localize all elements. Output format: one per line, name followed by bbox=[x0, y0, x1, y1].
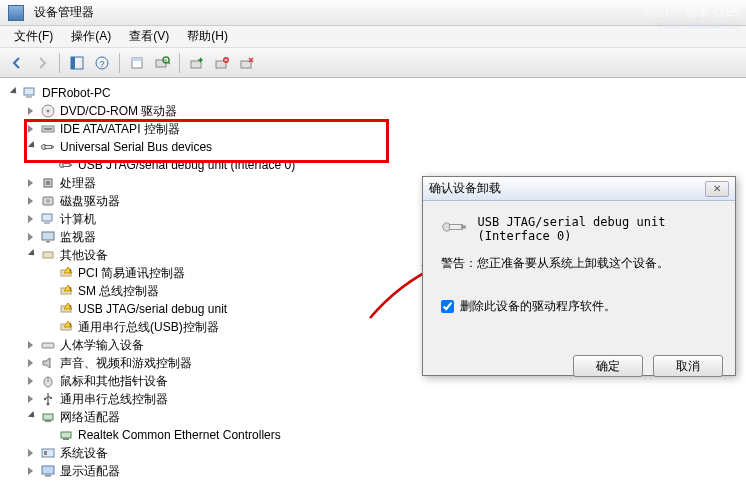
usb-icon bbox=[58, 157, 74, 173]
menu-help[interactable]: 帮助(H) bbox=[179, 26, 236, 47]
scan-hardware-button[interactable] bbox=[151, 52, 173, 74]
cancel-button[interactable]: 取消 bbox=[653, 355, 723, 377]
other-icon bbox=[40, 247, 56, 263]
svg-rect-41 bbox=[42, 343, 54, 348]
menu-file[interactable]: 文件(F) bbox=[6, 26, 61, 47]
svg-rect-48 bbox=[45, 420, 51, 422]
tree-arrow-icon[interactable] bbox=[26, 375, 38, 387]
svg-rect-57 bbox=[461, 225, 466, 228]
svg-rect-5 bbox=[132, 58, 142, 61]
help-button[interactable]: ? bbox=[91, 52, 113, 74]
tree-spacer bbox=[44, 159, 56, 171]
dialog-device-name: USB JTAG/serial debug unit (Interface 0) bbox=[478, 215, 717, 243]
window-titlebar: 设备管理器 bbox=[0, 0, 746, 26]
dialog-close-button[interactable]: ✕ bbox=[705, 181, 729, 197]
svg-rect-1 bbox=[71, 57, 75, 69]
tree-arrow-icon[interactable] bbox=[26, 231, 38, 243]
tree-arrow-icon[interactable] bbox=[26, 213, 38, 225]
delete-driver-checkbox[interactable] bbox=[441, 300, 454, 313]
usb-device-icon bbox=[441, 215, 468, 239]
tree-arrow-icon[interactable] bbox=[26, 393, 38, 405]
tree-node[interactable]: DVD/CD-ROM 驱动器 bbox=[8, 102, 746, 120]
tree-arrow-icon[interactable] bbox=[26, 105, 38, 117]
ide-icon bbox=[40, 121, 56, 137]
usbctrl-icon bbox=[40, 391, 56, 407]
tree-node-label: 显示适配器 bbox=[60, 463, 120, 480]
uninstall-button[interactable] bbox=[211, 52, 233, 74]
warn-icon: ! bbox=[58, 283, 74, 299]
tree-node[interactable]: 通用串行总线控制器 bbox=[8, 390, 746, 408]
delete-driver-checkbox-row[interactable]: 删除此设备的驱动程序软件。 bbox=[441, 298, 717, 315]
tree-arrow-icon[interactable] bbox=[8, 87, 20, 99]
disk-icon bbox=[40, 193, 56, 209]
svg-rect-47 bbox=[43, 414, 53, 420]
svg-rect-12 bbox=[24, 88, 34, 95]
tree-spacer bbox=[44, 285, 56, 297]
tree-arrow-icon[interactable] bbox=[26, 447, 38, 459]
svg-rect-13 bbox=[26, 96, 32, 98]
properties-button[interactable] bbox=[126, 52, 148, 74]
tree-node-label: Realtek Common Ethernet Controllers bbox=[78, 428, 281, 442]
warn-icon: ! bbox=[58, 265, 74, 281]
tree-arrow-icon[interactable] bbox=[26, 141, 38, 153]
tree-arrow-icon[interactable] bbox=[26, 357, 38, 369]
menu-bar: 文件(F) 操作(A) 查看(V) 帮助(H) bbox=[0, 26, 746, 48]
menu-view[interactable]: 查看(V) bbox=[121, 26, 177, 47]
tree-node-label: USB JTAG/serial debug unit bbox=[78, 302, 227, 316]
disc-icon bbox=[40, 103, 56, 119]
tree-arrow-icon[interactable] bbox=[26, 123, 38, 135]
tree-node[interactable]: 网络适配器 bbox=[8, 408, 746, 426]
svg-rect-23 bbox=[69, 164, 72, 166]
svg-rect-56 bbox=[449, 225, 462, 230]
svg-rect-19 bbox=[45, 146, 52, 149]
tree-node-label: DFRobot-PC bbox=[42, 86, 111, 100]
tree-arrow-icon[interactable] bbox=[26, 411, 38, 423]
disable-button[interactable] bbox=[236, 52, 258, 74]
svg-rect-50 bbox=[63, 438, 69, 440]
sys-icon bbox=[40, 445, 56, 461]
back-button[interactable] bbox=[6, 52, 28, 74]
tree-node[interactable]: 显示适配器 bbox=[8, 462, 746, 480]
tree-node-label: PCI 简易通讯控制器 bbox=[78, 265, 185, 282]
tree-node-label: 其他设备 bbox=[60, 247, 108, 264]
net-icon bbox=[40, 409, 56, 425]
svg-rect-51 bbox=[42, 449, 54, 457]
tree-node-label: IDE ATA/ATAPI 控制器 bbox=[60, 121, 180, 138]
tree-node-label: 鼠标和其他指针设备 bbox=[60, 373, 168, 390]
tree-arrow-icon[interactable] bbox=[26, 465, 38, 477]
tree-arrow-icon[interactable] bbox=[26, 177, 38, 189]
tree-node[interactable]: USB JTAG/serial debug unit (Interface 0) bbox=[8, 156, 746, 174]
hid-icon bbox=[40, 337, 56, 353]
svg-text:?: ? bbox=[99, 59, 104, 69]
tree-node-label: 声音、视频和游戏控制器 bbox=[60, 355, 192, 372]
tree-node[interactable]: IDE ATA/ATAPI 控制器 bbox=[8, 120, 746, 138]
pc-icon bbox=[40, 211, 56, 227]
show-hide-tree-button[interactable] bbox=[66, 52, 88, 74]
tree-node[interactable]: Universal Serial Bus devices bbox=[8, 138, 746, 156]
tree-node[interactable]: Realtek Common Ethernet Controllers bbox=[8, 426, 746, 444]
tree-arrow-icon[interactable] bbox=[26, 339, 38, 351]
pc-icon bbox=[22, 85, 38, 101]
svg-point-27 bbox=[46, 199, 50, 203]
monitor-icon bbox=[40, 229, 56, 245]
svg-rect-31 bbox=[46, 241, 50, 243]
tree-node-label: SM 总线控制器 bbox=[78, 283, 159, 300]
forward-button[interactable] bbox=[31, 52, 53, 74]
warn-icon: ! bbox=[58, 319, 74, 335]
tree-arrow-icon[interactable] bbox=[26, 249, 38, 261]
ok-button[interactable]: 确定 bbox=[573, 355, 643, 377]
svg-rect-6 bbox=[156, 60, 166, 67]
update-driver-button[interactable] bbox=[186, 52, 208, 74]
menu-action[interactable]: 操作(A) bbox=[63, 26, 119, 47]
svg-rect-52 bbox=[44, 451, 47, 455]
app-icon bbox=[8, 5, 24, 21]
tree-spacer bbox=[44, 429, 56, 441]
tree-arrow-icon[interactable] bbox=[26, 195, 38, 207]
tree-node[interactable]: DFRobot-PC bbox=[8, 84, 746, 102]
tree-node[interactable]: 系统设备 bbox=[8, 444, 746, 462]
tree-node-label: 人体学输入设备 bbox=[60, 337, 144, 354]
tree-node-label: 监视器 bbox=[60, 229, 96, 246]
tree-node-label: 计算机 bbox=[60, 211, 96, 228]
svg-rect-28 bbox=[42, 214, 52, 221]
svg-rect-32 bbox=[43, 252, 53, 258]
